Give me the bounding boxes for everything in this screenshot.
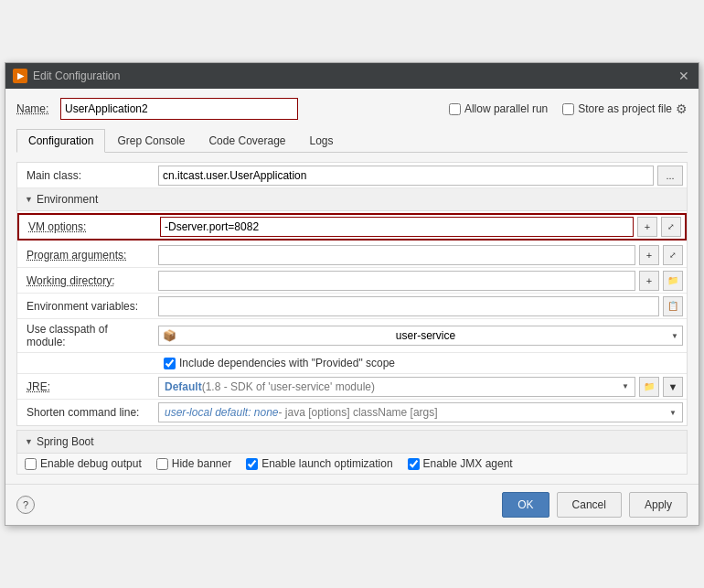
- jre-dropdown[interactable]: Default (1.8 - SDK of 'user-service' mod…: [158, 377, 635, 397]
- program-args-input[interactable]: [158, 245, 635, 265]
- vm-options-row: VM options: + ⤢: [17, 213, 687, 241]
- module-dropdown-arrow: ▼: [671, 332, 678, 340]
- main-class-browse-button[interactable]: ...: [657, 166, 683, 186]
- enable-launch-checkbox[interactable]: [246, 458, 258, 470]
- jre-row: JRE: Default (1.8 - SDK of 'user-service…: [17, 374, 687, 400]
- spring-options-row: Enable debug output Hide banner Enable l…: [17, 454, 687, 474]
- working-dir-add-button[interactable]: +: [639, 271, 659, 291]
- program-args-add-button[interactable]: +: [639, 245, 659, 265]
- enable-jmx-text: Enable JMX agent: [423, 457, 513, 470]
- vm-options-label: VM options:: [19, 217, 156, 237]
- spring-expand-icon: ▼: [25, 437, 33, 446]
- shorten-dropdown-arrow: ▼: [669, 409, 677, 417]
- shorten-cmd-label: Shorten command line:: [17, 402, 155, 422]
- jre-label: JRE:: [17, 377, 155, 397]
- vm-options-field: + ⤢: [156, 215, 685, 239]
- allow-parallel-checkbox-label[interactable]: Allow parallel run: [449, 102, 548, 115]
- enable-debug-label[interactable]: Enable debug output: [25, 457, 142, 470]
- app-icon: ▶: [13, 69, 27, 83]
- include-deps-checkbox-label[interactable]: Include dependencies with "Provided" sco…: [164, 357, 395, 369]
- tab-configuration[interactable]: Configuration: [16, 129, 105, 153]
- dialog-title: Edit Configuration: [33, 69, 671, 82]
- config-form: Main class: ... ▼ Environment VM options…: [16, 162, 688, 426]
- tab-grep-console[interactable]: Grep Console: [105, 129, 197, 153]
- enable-debug-text: Enable debug output: [40, 457, 142, 470]
- main-class-field: ...: [155, 164, 687, 187]
- main-class-input[interactable]: [158, 166, 654, 186]
- apply-button[interactable]: Apply: [629, 492, 688, 518]
- tab-code-coverage[interactable]: Code Coverage: [197, 129, 297, 153]
- classpath-module-row: Use classpath of module: 📦 user-service …: [17, 319, 687, 353]
- shorten-desc-text: - java [options] className [args]: [279, 406, 438, 419]
- env-section-title: Environment: [37, 193, 98, 206]
- name-input[interactable]: [60, 98, 298, 120]
- include-deps-row: Include dependencies with "Provided" sco…: [17, 353, 687, 374]
- program-args-row: Program arguments: + ⤢: [17, 242, 687, 268]
- allow-parallel-checkbox[interactable]: [449, 103, 461, 115]
- allow-parallel-label: Allow parallel run: [464, 102, 548, 115]
- hide-banner-label[interactable]: Hide banner: [156, 457, 231, 470]
- ok-button[interactable]: OK: [502, 492, 549, 518]
- shorten-value-text: user-local default: none: [165, 406, 279, 419]
- edit-configuration-dialog: ▶ Edit Configuration ✕ Name: Allow paral…: [5, 62, 699, 526]
- enable-jmx-checkbox[interactable]: [408, 458, 420, 470]
- shorten-cmd-dropdown[interactable]: user-local default: none - java [options…: [158, 402, 683, 422]
- dialog-footer: ? OK Cancel Apply: [5, 484, 699, 525]
- env-vars-label: Environment variables:: [17, 296, 155, 316]
- title-bar: ▶ Edit Configuration ✕: [5, 63, 699, 89]
- cancel-button[interactable]: Cancel: [557, 492, 622, 518]
- working-dir-input[interactable]: [158, 271, 635, 291]
- hide-banner-text: Hide banner: [172, 457, 231, 470]
- program-args-expand-button[interactable]: ⤢: [663, 245, 683, 265]
- module-value: user-service: [396, 329, 455, 342]
- jre-default-text: Default: [165, 380, 202, 393]
- env-vars-row: Environment variables: 📋: [17, 294, 687, 319]
- enable-jmx-label[interactable]: Enable JMX agent: [408, 457, 513, 470]
- vm-options-add-button[interactable]: +: [637, 217, 657, 237]
- hide-banner-checkbox[interactable]: [156, 458, 168, 470]
- classpath-module-label: Use classpath of module:: [17, 319, 155, 352]
- jre-dropdown-arrow: ▼: [622, 382, 629, 390]
- enable-debug-checkbox[interactable]: [25, 458, 37, 470]
- vm-options-input[interactable]: [160, 217, 634, 237]
- name-options: Allow parallel run Store as project file…: [449, 102, 688, 116]
- classpath-module-dropdown[interactable]: 📦 user-service ▼: [158, 326, 683, 346]
- store-project-label: Store as project file: [578, 102, 672, 115]
- environment-section-header[interactable]: ▼ Environment: [17, 188, 687, 211]
- name-label: Name:: [16, 102, 53, 115]
- name-row: Name: Allow parallel run Store as projec…: [16, 98, 688, 120]
- jre-desc-text: (1.8 - SDK of 'user-service' module): [202, 380, 375, 393]
- store-project-file-option[interactable]: Store as project file ⚙: [562, 102, 688, 116]
- working-dir-row: Working directory: + 📁: [17, 268, 687, 294]
- help-button[interactable]: ?: [16, 496, 35, 514]
- spring-boot-section: ▼ Spring Boot Enable debug output Hide b…: [16, 430, 688, 475]
- close-button[interactable]: ✕: [677, 69, 691, 82]
- module-icon: 📦: [163, 329, 176, 342]
- jre-more-button[interactable]: ▼: [663, 377, 683, 397]
- enable-launch-label[interactable]: Enable launch optimization: [246, 457, 392, 470]
- include-deps-checkbox[interactable]: [164, 358, 176, 369]
- program-args-field: + ⤢: [155, 243, 687, 267]
- env-vars-field: 📋: [155, 294, 687, 318]
- jre-browse-button[interactable]: 📁: [639, 377, 659, 397]
- working-dir-browse-button[interactable]: 📁: [663, 271, 683, 291]
- classpath-module-field: 📦 user-service ▼: [155, 324, 687, 347]
- shorten-cmd-row: Shorten command line: user-local default…: [17, 400, 687, 425]
- working-dir-label: Working directory:: [17, 271, 155, 291]
- vm-options-expand-button[interactable]: ⤢: [661, 217, 681, 237]
- store-project-checkbox[interactable]: [562, 103, 574, 115]
- spring-section-title: Spring Boot: [37, 435, 94, 448]
- include-deps-label: Include dependencies with "Provided" sco…: [179, 357, 395, 369]
- gear-icon[interactable]: ⚙: [676, 102, 688, 116]
- tab-logs[interactable]: Logs: [298, 129, 346, 153]
- main-class-row: Main class: ...: [17, 163, 687, 188]
- tabs-bar: Configuration Grep Console Code Coverage…: [16, 129, 688, 153]
- main-class-label: Main class:: [17, 166, 155, 186]
- enable-launch-text: Enable launch optimization: [261, 457, 392, 470]
- env-vars-input[interactable]: [158, 296, 659, 316]
- program-args-label: Program arguments:: [17, 245, 155, 265]
- spring-boot-section-header[interactable]: ▼ Spring Boot: [17, 431, 687, 454]
- shorten-cmd-field: user-local default: none - java [options…: [155, 401, 687, 424]
- env-expand-icon: ▼: [25, 195, 33, 204]
- env-vars-edit-button[interactable]: 📋: [663, 296, 683, 316]
